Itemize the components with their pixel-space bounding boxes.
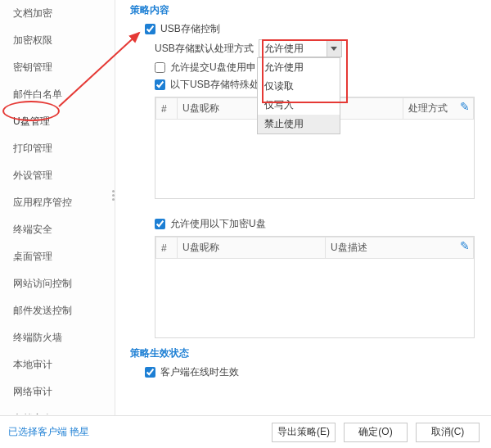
sidebar-item[interactable]: 终端防火墙	[0, 324, 115, 351]
special-handle-checkbox[interactable]	[155, 79, 165, 90]
encrypted-usb-table-body	[155, 259, 474, 337]
sidebar-item[interactable]: 网络审计	[0, 378, 115, 405]
sidebar-item[interactable]: 加密权限	[0, 27, 115, 54]
table-header: #	[156, 238, 178, 259]
sidebar-item[interactable]: 邮件发送控制	[0, 297, 115, 324]
default-handle-dropdown[interactable]: 允许使用仅读取仅写入禁止使用	[257, 57, 340, 134]
table-header: U盘描述	[326, 238, 474, 259]
default-handle-selected: 允许使用	[264, 42, 304, 56]
dropdown-option[interactable]: 仅写入	[258, 96, 340, 115]
online-effect-label: 客户端在线时生效	[160, 365, 239, 379]
footer-bar: 已选择客户端 艳星 导出策略(E) 确定(O) 取消(C)	[0, 415, 491, 448]
sidebar-item[interactable]: 打印管理	[0, 135, 115, 162]
export-button[interactable]: 导出策略(E)	[272, 423, 336, 442]
sidebar-item[interactable]: 外设管理	[0, 162, 115, 189]
sidebar-item[interactable]: 应用程序管控	[0, 189, 115, 216]
divider-handle[interactable]	[112, 190, 115, 201]
dropdown-option[interactable]: 禁止使用	[258, 115, 340, 133]
cancel-button[interactable]: 取消(C)	[416, 423, 480, 442]
sidebar-item[interactable]: 本地审计	[0, 351, 115, 378]
chevron-down-icon[interactable]	[327, 40, 341, 57]
table-header: U盘昵称	[178, 238, 326, 259]
sidebar-item[interactable]: 邮件白名单	[0, 81, 115, 108]
sidebar-item[interactable]: U盘管理	[0, 108, 115, 135]
usb-control-checkbox[interactable]	[145, 24, 155, 34]
edit-icon[interactable]: ✎	[460, 239, 470, 252]
section-title-effect: 策略生效状态	[130, 346, 481, 360]
main-panel: 策略内容 USB存储控制 USB存储默认处理方式 允许使用 允许使用仅读取仅写入…	[115, 0, 491, 448]
usb-control-label: USB存储控制	[160, 22, 220, 36]
dropdown-option[interactable]: 允许使用	[258, 58, 340, 77]
encrypted-usb-table: #U盘昵称U盘描述	[155, 237, 474, 259]
allow-submit-checkbox[interactable]	[155, 62, 165, 73]
allow-encrypted-checkbox[interactable]	[155, 219, 165, 229]
default-handle-label: USB存储默认处理方式	[155, 42, 254, 56]
sidebar-item[interactable]: 密钥管理	[0, 54, 115, 81]
dropdown-option[interactable]: 仅读取	[258, 77, 340, 96]
table-header: #	[156, 98, 178, 120]
online-effect-checkbox[interactable]	[145, 367, 155, 378]
sidebar-item[interactable]: 网站访问控制	[0, 270, 115, 297]
sidebar-item[interactable]: 文档加密	[0, 0, 115, 27]
allow-submit-label: 允许提交U盘使用申	[170, 61, 256, 75]
allow-encrypted-label: 允许使用以下加密U盘	[170, 217, 266, 231]
sidebar-item[interactable]: 终端安全	[0, 216, 115, 243]
sidebar-item[interactable]: 桌面管理	[0, 243, 115, 270]
encrypted-usb-table-wrap: ✎ #U盘昵称U盘描述	[155, 236, 475, 338]
ok-button[interactable]: 确定(O)	[344, 423, 408, 442]
sidebar-item[interactable]: 文档安全	[0, 405, 115, 414]
special-handle-label: 以下USB存储特殊处	[170, 78, 259, 92]
sidebar: 文档加密加密权限密钥管理邮件白名单U盘管理打印管理外设管理应用程序管控终端安全桌…	[0, 0, 115, 448]
selected-client-label: 已选择客户端 艳星	[8, 425, 89, 439]
section-title-strategy: 策略内容	[130, 3, 481, 17]
default-handle-select[interactable]: 允许使用 允许使用仅读取仅写入禁止使用	[257, 39, 342, 57]
edit-icon[interactable]: ✎	[460, 100, 470, 113]
